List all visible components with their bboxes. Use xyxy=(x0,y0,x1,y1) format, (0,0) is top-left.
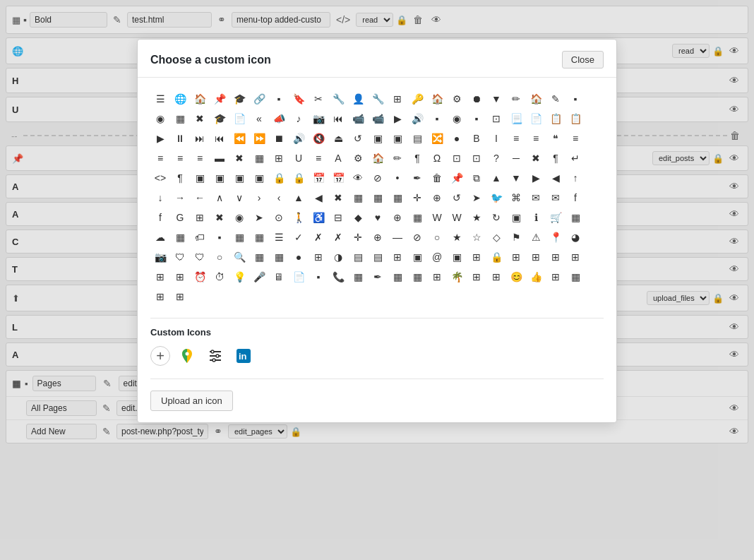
icon-cell-45[interactable]: ⏸ xyxy=(170,129,190,148)
icon-cell-220[interactable]: ⊞ xyxy=(150,287,170,306)
icon-cell-191[interactable]: ▣ xyxy=(447,247,467,267)
custom-icon-sliders[interactable] xyxy=(204,345,227,367)
icon-cell-105[interactable]: ▲ xyxy=(486,168,506,188)
icon-cell-68[interactable]: ≡ xyxy=(190,148,210,168)
icon-cell-53[interactable]: ⏏ xyxy=(328,129,348,148)
icon-cell-165[interactable]: ⊕ xyxy=(368,227,388,247)
icon-cell-49[interactable]: ⏩ xyxy=(249,129,269,148)
icon-cell-116[interactable]: ‹ xyxy=(269,188,289,208)
icon-cell-127[interactable]: 🐦 xyxy=(486,188,506,208)
icon-cell-48[interactable]: ⏪ xyxy=(229,129,249,148)
icon-cell-38[interactable]: ▪ xyxy=(467,109,486,129)
icon-cell-65[interactable]: ≡ xyxy=(566,129,585,148)
icon-cell-174[interactable]: 📍 xyxy=(546,227,566,247)
icon-cell-123[interactable]: ✛ xyxy=(407,188,427,208)
icon-cell-176[interactable]: 📷 xyxy=(150,247,170,267)
icon-cell-185[interactable]: ◑ xyxy=(328,247,348,267)
icon-cell-3[interactable]: 📌 xyxy=(210,89,229,109)
icon-cell-102[interactable]: 🗑 xyxy=(427,168,447,188)
icon-cell-104[interactable]: ⧉ xyxy=(467,168,486,188)
icon-cell-12[interactable]: ⊞ xyxy=(388,89,407,109)
icon-cell-26[interactable]: 📄 xyxy=(229,109,249,129)
icon-cell-69[interactable]: ▬ xyxy=(210,148,229,168)
icon-cell-208[interactable]: ▦ xyxy=(348,267,368,287)
icon-cell-199[interactable]: ⊞ xyxy=(170,267,190,287)
icon-cell-207[interactable]: 📞 xyxy=(328,267,348,287)
icon-cell-13[interactable]: 🔑 xyxy=(407,89,427,109)
icon-cell-66[interactable]: ≡ xyxy=(150,148,170,168)
icon-cell-35[interactable]: 🔊 xyxy=(407,109,427,129)
icon-cell-109[interactable]: ↑ xyxy=(566,168,585,188)
icon-cell-175[interactable]: ◕ xyxy=(566,227,585,247)
icon-cell-94[interactable]: 🔒 xyxy=(269,168,289,188)
icon-cell-180[interactable]: 🔍 xyxy=(229,247,249,267)
icon-cell-7[interactable]: 🔖 xyxy=(289,89,309,109)
icon-cell-129[interactable]: ✉ xyxy=(526,188,546,208)
icon-cell-132[interactable]: f xyxy=(150,208,170,227)
icon-cell-43[interactable]: 📋 xyxy=(566,109,585,129)
icon-cell-58[interactable]: 🔀 xyxy=(427,129,447,148)
icon-cell-96[interactable]: 📅 xyxy=(309,168,328,188)
icon-cell-200[interactable]: ⏰ xyxy=(190,267,210,287)
icon-cell-151[interactable]: ℹ xyxy=(526,208,546,227)
icon-cell-106[interactable]: ▼ xyxy=(506,168,526,188)
icon-cell-194[interactable]: ⊞ xyxy=(506,247,526,267)
icon-cell-118[interactable]: ◀ xyxy=(309,188,328,208)
icon-cell-155[interactable]: ▦ xyxy=(170,227,190,247)
icon-cell-153[interactable]: ▦ xyxy=(566,208,585,227)
icon-cell-133[interactable]: G xyxy=(170,208,190,227)
icon-cell-140[interactable]: ♿ xyxy=(309,208,328,227)
icon-cell-28[interactable]: 📣 xyxy=(269,109,289,129)
icon-cell-99[interactable]: ⊘ xyxy=(368,168,388,188)
icon-cell-111[interactable]: → xyxy=(170,188,190,208)
icon-cell-76[interactable]: ⚙ xyxy=(348,148,368,168)
icon-cell-89[interactable]: ¶ xyxy=(170,168,190,188)
icon-cell-126[interactable]: ➤ xyxy=(467,188,486,208)
upload-icon-button[interactable]: Upload an icon xyxy=(150,391,233,411)
icon-cell-124[interactable]: ⊕ xyxy=(427,188,447,208)
icon-cell-86[interactable]: ¶ xyxy=(546,148,566,168)
icon-cell-168[interactable]: ○ xyxy=(427,227,447,247)
icon-cell-40[interactable]: 📃 xyxy=(506,109,526,129)
icon-cell-110[interactable]: ↓ xyxy=(150,188,170,208)
icon-cell-9[interactable]: 🔧 xyxy=(328,89,348,109)
icon-cell-93[interactable]: ▣ xyxy=(249,168,269,188)
icon-cell-204[interactable]: 🖥 xyxy=(269,267,289,287)
icon-cell-15[interactable]: ⚙ xyxy=(447,89,467,109)
icon-cell-167[interactable]: ⊘ xyxy=(407,227,427,247)
icon-cell-177[interactable]: 🛡 xyxy=(170,247,190,267)
icon-cell-10[interactable]: 👤 xyxy=(348,89,368,109)
icon-cell-143[interactable]: ♥ xyxy=(368,208,388,227)
icon-cell-78[interactable]: ✏ xyxy=(388,148,407,168)
icon-cell-186[interactable]: ▤ xyxy=(348,247,368,267)
icon-cell-74[interactable]: ≡ xyxy=(309,148,328,168)
icon-cell-46[interactable]: ⏭ xyxy=(190,129,210,148)
icon-cell-142[interactable]: ◆ xyxy=(348,208,368,227)
icon-cell-8[interactable]: ✂ xyxy=(309,89,328,109)
icon-cell-98[interactable]: 👁 xyxy=(348,168,368,188)
icon-cell-59[interactable]: ● xyxy=(447,129,467,148)
icon-cell-162[interactable]: ✗ xyxy=(309,227,328,247)
icon-cell-92[interactable]: ▣ xyxy=(229,168,249,188)
icon-cell-19[interactable]: 🏠 xyxy=(526,89,546,109)
icon-cell-39[interactable]: ⊡ xyxy=(486,109,506,129)
icon-cell-157[interactable]: ▪ xyxy=(210,227,229,247)
icon-cell-156[interactable]: 🏷 xyxy=(190,227,210,247)
icon-cell-60[interactable]: B xyxy=(467,129,486,148)
icon-cell-119[interactable]: ✖ xyxy=(328,188,348,208)
icon-cell-183[interactable]: ● xyxy=(289,247,309,267)
icon-cell-20[interactable]: ✎ xyxy=(546,89,566,109)
icon-cell-41[interactable]: 📄 xyxy=(526,109,546,129)
icon-cell-112[interactable]: ← xyxy=(190,188,210,208)
icon-cell-82[interactable]: ⊡ xyxy=(467,148,486,168)
icon-cell-29[interactable]: ♪ xyxy=(289,109,309,129)
icon-cell-179[interactable]: ○ xyxy=(210,247,229,267)
icon-cell-88[interactable]: <> xyxy=(150,168,170,188)
icon-cell-108[interactable]: ◀ xyxy=(546,168,566,188)
icon-cell-120[interactable]: ▦ xyxy=(348,188,368,208)
icon-cell-128[interactable]: ⌘ xyxy=(506,188,526,208)
icon-cell-73[interactable]: U xyxy=(289,148,309,168)
icon-cell-1[interactable]: 🌐 xyxy=(170,89,190,109)
icon-cell-17[interactable]: ▼ xyxy=(486,89,506,109)
icon-cell-161[interactable]: ✓ xyxy=(289,227,309,247)
